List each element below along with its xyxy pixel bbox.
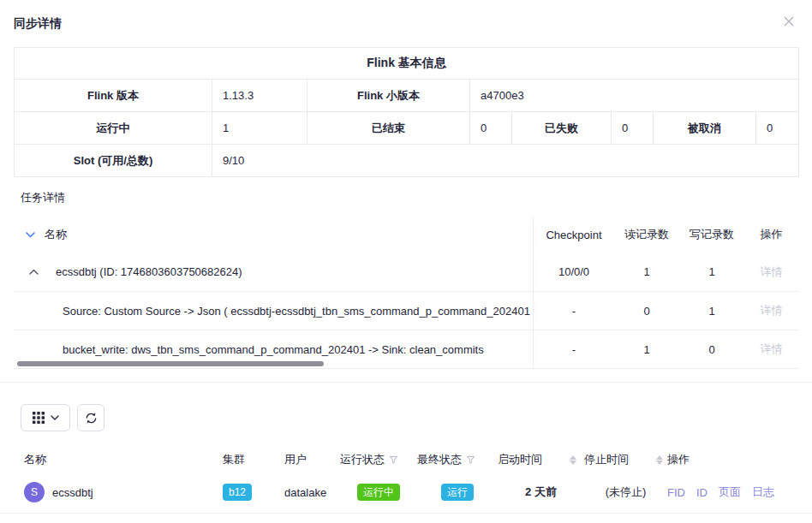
divider [0, 382, 812, 383]
task-name: Source: Custom Source -> Json ( ecssdbtj… [63, 305, 534, 318]
col-name: 名称 [45, 227, 67, 242]
failed-value: 0 [612, 112, 654, 145]
final-status-badge: 运行 [441, 484, 474, 501]
running-label: 运行中 [15, 112, 212, 145]
grid-icon [33, 412, 45, 424]
refresh-button[interactable] [77, 404, 104, 431]
flink-version-label: Flink 版本 [15, 80, 212, 112]
cancelled-label: 被取消 [654, 112, 756, 145]
filter-icon[interactable] [389, 455, 398, 465]
close-button[interactable] [781, 14, 797, 29]
task-details-table: 名称 Checkpoint 读记录数 写记录数 操作 ecssdbtj (ID:… [14, 217, 798, 369]
task-checkpoint: - [534, 330, 614, 368]
chevron-up-icon[interactable] [29, 269, 39, 275]
task-read-count: 0 [614, 292, 679, 330]
flink-minor-version-label: Flink 小版本 [307, 80, 470, 112]
jobs-table: 名称 集群 用户 运行状态 最终状态 启动时间 停止时间 [0, 448, 812, 514]
col-run-status: 运行状态 [340, 452, 385, 467]
horizontal-scrollbar[interactable] [17, 361, 324, 366]
col-operation: 操作 [744, 217, 798, 253]
jobs-table-header-row: 名称 集群 用户 运行状态 最终状态 启动时间 停止时间 [0, 448, 812, 472]
sorter-icon[interactable] [656, 455, 663, 465]
task-write-count: 1 [679, 292, 744, 330]
col-user: 用户 [284, 452, 340, 467]
task-name: ecssdbtj (ID: 1746803603750682624) [56, 265, 242, 278]
avatar: S [24, 482, 45, 502]
task-checkpoint: - [534, 292, 614, 330]
close-icon [783, 15, 795, 27]
col-write-records: 写记录数 [679, 217, 744, 253]
flink-info-table: Flink 基本信息 Flink 版本 1.13.3 Flink 小版本 a47… [14, 47, 799, 177]
action-link-id[interactable]: ID [696, 486, 708, 499]
task-row: Source: Custom Source -> Json ( ecssdbtj… [14, 291, 798, 330]
sorter-icon[interactable] [570, 455, 576, 465]
flink-info-title: Flink 基本信息 [15, 48, 799, 80]
job-start-time: 2 天前 [498, 484, 584, 500]
detail-link[interactable]: 详情 [761, 303, 783, 318]
action-link-log[interactable]: 日志 [752, 484, 774, 500]
task-write-count: 1 [679, 253, 744, 291]
col-read-records: 读记录数 [614, 217, 679, 253]
filter-icon[interactable] [466, 455, 475, 465]
task-row: ecssdbtj (ID: 1746803603750682624) 10/0/… [14, 253, 798, 291]
task-checkpoint: 10/0/0 [534, 253, 614, 291]
job-name: ecssdbtj [52, 486, 93, 499]
task-read-count: 1 [614, 253, 679, 291]
chevron-down-icon [51, 415, 59, 420]
chevron-down-icon[interactable] [26, 232, 35, 238]
task-details-section-title: 任务详情 [21, 190, 812, 205]
col-operation: 操作 [667, 452, 797, 467]
run-status-badge: 运行中 [357, 484, 400, 501]
column-settings-button[interactable] [21, 404, 70, 431]
col-cluster: 集群 [223, 452, 284, 467]
flink-minor-version-value: a4700e3 [470, 80, 799, 112]
task-read-count: 1 [614, 330, 679, 368]
slot-value: 9/10 [212, 145, 799, 177]
col-start-time: 启动时间 [498, 452, 542, 467]
finished-value: 0 [470, 112, 512, 145]
toolbar [21, 404, 812, 431]
detail-link[interactable]: 详情 [761, 342, 783, 357]
cluster-badge: b12 [223, 484, 252, 501]
running-value: 1 [212, 112, 307, 145]
job-row: S ecssdbtj b12 datalake 运行中 运行 2 天前 (未停止… [0, 472, 812, 514]
slot-label: Slot (可用/总数) [15, 145, 212, 177]
col-final-status: 最终状态 [417, 452, 462, 467]
modal-title: 同步详情 [14, 16, 62, 30]
task-name: bucket_write: dws_tbn_sms_command_p_comm… [63, 343, 484, 356]
job-stop-time: (未停止) [584, 484, 667, 500]
col-stop-time: 停止时间 [584, 452, 629, 467]
action-link-fid[interactable]: FID [667, 486, 685, 499]
action-link-page[interactable]: 页面 [719, 484, 741, 500]
cancelled-value: 0 [756, 112, 799, 145]
col-checkpoint: Checkpoint [534, 217, 614, 253]
col-name: 名称 [24, 452, 223, 467]
modal-header: 同步详情 [0, 0, 812, 39]
refresh-icon [85, 412, 98, 425]
finished-label: 已结束 [307, 112, 470, 145]
job-user: datalake [284, 486, 340, 499]
failed-label: 已失败 [512, 112, 612, 145]
task-write-count: 0 [679, 330, 744, 368]
flink-version-value: 1.13.3 [212, 80, 307, 112]
detail-link[interactable]: 详情 [761, 264, 783, 280]
task-table-header-row: 名称 Checkpoint 读记录数 写记录数 操作 [14, 217, 798, 253]
